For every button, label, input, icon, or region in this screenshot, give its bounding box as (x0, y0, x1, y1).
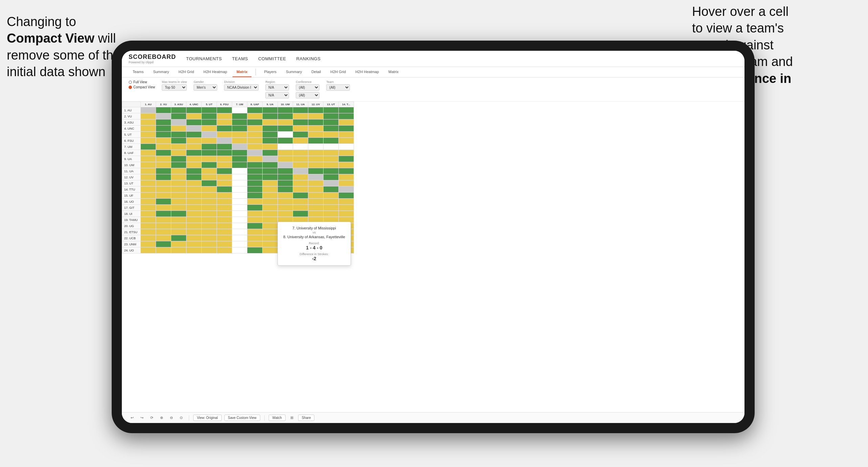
matrix-cell[interactable] (186, 144, 202, 150)
matrix-cell[interactable] (202, 156, 217, 162)
region-select-1[interactable]: N/A (265, 84, 289, 91)
tab-matrix-2[interactable]: Matrix (384, 67, 403, 77)
matrix-cell[interactable] (339, 113, 354, 119)
matrix-cell[interactable] (293, 162, 308, 168)
matrix-cell[interactable] (171, 150, 186, 156)
matrix-cell[interactable] (171, 229, 186, 235)
matrix-cell[interactable] (202, 229, 217, 235)
matrix-cell[interactable] (171, 126, 186, 132)
conference-select-1[interactable]: (All) (296, 84, 319, 91)
matrix-cell[interactable] (247, 174, 263, 180)
matrix-cell[interactable] (232, 174, 247, 180)
max-teams-select[interactable]: Top 50 (162, 84, 187, 91)
matrix-cell[interactable] (247, 217, 263, 223)
matrix-cell[interactable] (202, 107, 217, 113)
matrix-cell[interactable] (232, 119, 247, 126)
matrix-cell[interactable] (278, 199, 293, 205)
matrix-cell[interactable] (263, 205, 278, 211)
matrix-cell[interactable] (156, 193, 171, 199)
matrix-cell[interactable] (202, 180, 217, 186)
matrix-cell[interactable] (324, 180, 339, 186)
matrix-cell[interactable] (186, 156, 202, 162)
matrix-cell[interactable] (293, 107, 308, 113)
matrix-cell[interactable] (202, 119, 217, 126)
matrix-cell[interactable] (171, 168, 186, 174)
conference-select-2[interactable]: (All) (296, 92, 319, 98)
zoom-out-button[interactable]: ⊖ (168, 415, 175, 421)
matrix-cell[interactable] (324, 132, 339, 138)
matrix-cell[interactable] (324, 107, 339, 113)
matrix-cell[interactable] (247, 223, 263, 229)
matrix-cell[interactable] (156, 205, 171, 211)
matrix-cell[interactable] (278, 156, 293, 162)
matrix-cell[interactable] (186, 107, 202, 113)
tab-h2h-heatmap-1[interactable]: H2H Heatmap (199, 67, 231, 77)
matrix-cell[interactable] (308, 193, 324, 199)
matrix-cell[interactable] (141, 168, 156, 174)
matrix-cell[interactable] (278, 162, 293, 168)
matrix-cell[interactable] (156, 126, 171, 132)
nav-tournaments[interactable]: TOURNAMENTS (186, 56, 222, 61)
tab-h2h-grid-1[interactable]: H2H Grid (174, 67, 198, 77)
matrix-container[interactable]: 1. AU2. VU3. ASU4. UNC5. UT6. FSU7. UM8.… (122, 102, 744, 412)
matrix-cell[interactable] (217, 132, 232, 138)
matrix-cell[interactable] (278, 107, 293, 113)
matrix-cell[interactable] (156, 247, 171, 253)
nav-committee[interactable]: COMMITTEE (258, 56, 286, 61)
matrix-cell[interactable] (263, 138, 278, 144)
matrix-cell[interactable] (263, 247, 278, 253)
matrix-cell[interactable] (263, 144, 278, 150)
matrix-cell[interactable] (186, 247, 202, 253)
matrix-cell[interactable] (186, 186, 202, 193)
matrix-cell[interactable] (293, 174, 308, 180)
matrix-cell[interactable] (263, 211, 278, 217)
matrix-cell[interactable] (141, 247, 156, 253)
matrix-cell[interactable] (186, 119, 202, 126)
matrix-cell[interactable] (339, 150, 354, 156)
matrix-cell[interactable] (278, 186, 293, 193)
matrix-cell[interactable] (171, 180, 186, 186)
matrix-cell[interactable] (308, 211, 324, 217)
nav-rankings[interactable]: RANKINGS (296, 56, 320, 61)
share-button[interactable]: Share (298, 415, 315, 421)
matrix-cell[interactable] (339, 126, 354, 132)
matrix-cell[interactable] (186, 211, 202, 217)
matrix-cell[interactable] (247, 193, 263, 199)
matrix-cell[interactable] (278, 211, 293, 217)
matrix-cell[interactable] (324, 211, 339, 217)
matrix-cell[interactable] (232, 113, 247, 119)
matrix-cell[interactable] (141, 138, 156, 144)
matrix-cell[interactable] (202, 132, 217, 138)
matrix-cell[interactable] (202, 247, 217, 253)
matrix-cell[interactable] (324, 119, 339, 126)
matrix-cell[interactable] (171, 119, 186, 126)
matrix-cell[interactable] (247, 162, 263, 168)
matrix-cell[interactable] (186, 223, 202, 229)
matrix-cell[interactable] (232, 241, 247, 247)
matrix-cell[interactable] (339, 119, 354, 126)
matrix-cell[interactable] (278, 205, 293, 211)
matrix-cell[interactable] (202, 144, 217, 150)
matrix-cell[interactable] (156, 119, 171, 126)
matrix-cell[interactable] (217, 199, 232, 205)
matrix-cell[interactable] (293, 193, 308, 199)
tab-detail[interactable]: Detail (307, 67, 325, 77)
matrix-cell[interactable] (156, 235, 171, 241)
matrix-cell[interactable] (324, 199, 339, 205)
matrix-cell[interactable] (156, 144, 171, 150)
matrix-cell[interactable] (217, 144, 232, 150)
matrix-cell[interactable] (263, 223, 278, 229)
matrix-cell[interactable] (293, 186, 308, 193)
matrix-cell[interactable] (171, 193, 186, 199)
matrix-cell[interactable] (217, 138, 232, 144)
matrix-cell[interactable] (202, 186, 217, 193)
matrix-cell[interactable] (324, 162, 339, 168)
matrix-cell[interactable] (308, 150, 324, 156)
matrix-cell[interactable] (263, 235, 278, 241)
matrix-cell[interactable] (339, 186, 354, 193)
matrix-cell[interactable] (171, 186, 186, 193)
matrix-cell[interactable] (217, 205, 232, 211)
matrix-cell[interactable] (247, 156, 263, 162)
matrix-cell[interactable] (278, 168, 293, 174)
matrix-cell[interactable] (202, 138, 217, 144)
